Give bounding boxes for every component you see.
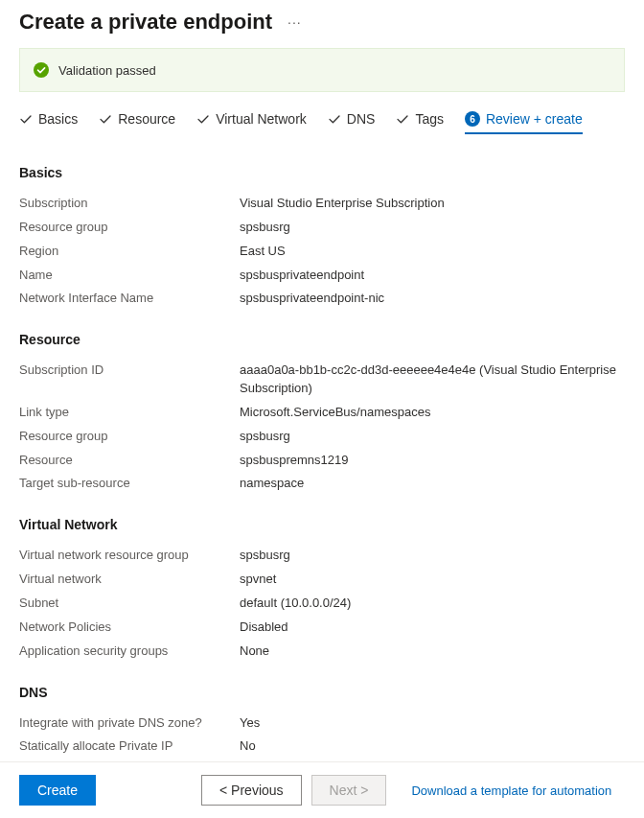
section-title: Resource — [19, 332, 625, 347]
field-value: spsbusprivateendpoint-nic — [240, 290, 384, 308]
page-header: Create a private endpoint ··· — [0, 0, 644, 48]
field-label: Statically allocate Private IP — [19, 737, 240, 756]
checkmark-icon — [396, 112, 409, 126]
step-number-icon: 6 — [465, 111, 480, 127]
field-value: namespace — [240, 475, 304, 493]
checkmark-icon — [99, 112, 112, 126]
review-content: Basics SubscriptionVisual Studio Enterpr… — [0, 134, 644, 806]
success-icon — [34, 62, 49, 78]
checkmark-icon — [196, 112, 210, 126]
field-value: spsbuspremns1219 — [240, 452, 348, 470]
field-label: Resource — [19, 452, 240, 470]
field-label: Link type — [19, 404, 240, 422]
field-label: Target sub-resource — [19, 475, 240, 493]
tab-tags[interactable]: Tags — [396, 111, 444, 134]
create-button[interactable]: Create — [19, 775, 96, 806]
field-value: aaaa0a0a-bb1b-cc2c-dd3d-eeeeee4e4e4e (Vi… — [240, 362, 625, 398]
field-label: Application security groups — [19, 643, 240, 661]
field-value: Visual Studio Enterprise Subscription — [240, 195, 445, 213]
field-label: Resource group — [19, 219, 240, 237]
validation-text: Validation passed — [58, 63, 156, 78]
section-virtual-network: Virtual Network Virtual network resource… — [19, 517, 625, 663]
tab-virtual-network[interactable]: Virtual Network — [196, 111, 307, 134]
tab-review-create[interactable]: 6 Review + create — [465, 111, 583, 134]
field-label: Subscription ID — [19, 362, 240, 398]
field-label: Subnet — [19, 595, 240, 613]
wizard-footer: Create < Previous Next > Download a temp… — [0, 761, 644, 818]
section-title: Virtual Network — [19, 517, 625, 532]
section-title: Basics — [19, 165, 625, 180]
section-basics: Basics SubscriptionVisual Studio Enterpr… — [19, 165, 625, 311]
field-value: East US — [240, 243, 286, 261]
section-title: DNS — [19, 685, 625, 700]
previous-button[interactable]: < Previous — [201, 775, 302, 806]
field-label: Virtual network — [19, 571, 240, 589]
next-button: Next > — [311, 775, 387, 806]
field-label: Network Interface Name — [19, 290, 240, 308]
svg-point-0 — [34, 62, 49, 78]
field-label: Name — [19, 267, 240, 285]
checkmark-icon — [19, 112, 33, 126]
more-icon[interactable]: ··· — [288, 14, 302, 30]
download-template-link[interactable]: Download a template for automation — [411, 783, 611, 798]
field-label: Integrate with private DNS zone? — [19, 714, 240, 733]
tab-dns[interactable]: DNS — [328, 111, 376, 134]
field-value: None — [240, 643, 269, 661]
tab-resource[interactable]: Resource — [99, 111, 175, 134]
field-label: Resource group — [19, 428, 240, 446]
field-value: default (10.0.0.0/24) — [240, 595, 351, 613]
tab-basics[interactable]: Basics — [19, 111, 78, 134]
field-value: spsbusrg — [240, 547, 290, 565]
field-value: spsbusrg — [240, 219, 290, 237]
field-value: spsbusprivateendpoint — [240, 267, 364, 285]
field-label: Subscription — [19, 195, 240, 213]
wizard-tabs: Basics Resource Virtual Network DNS Tags… — [0, 111, 644, 134]
field-value: No — [240, 737, 256, 756]
field-value: Microsoft.ServiceBus/namespaces — [240, 404, 430, 422]
field-value: spsbusrg — [240, 428, 290, 446]
field-value: spvnet — [240, 571, 276, 589]
page-title: Create a private endpoint — [19, 10, 272, 35]
field-label: Network Policies — [19, 619, 240, 637]
field-label: Region — [19, 243, 240, 261]
field-label: Virtual network resource group — [19, 547, 240, 565]
field-value: Disabled — [240, 619, 288, 637]
field-value: Yes — [240, 714, 260, 733]
section-resource: Resource Subscription IDaaaa0a0a-bb1b-cc… — [19, 332, 625, 496]
checkmark-icon — [328, 112, 341, 126]
validation-banner: Validation passed — [19, 48, 625, 92]
